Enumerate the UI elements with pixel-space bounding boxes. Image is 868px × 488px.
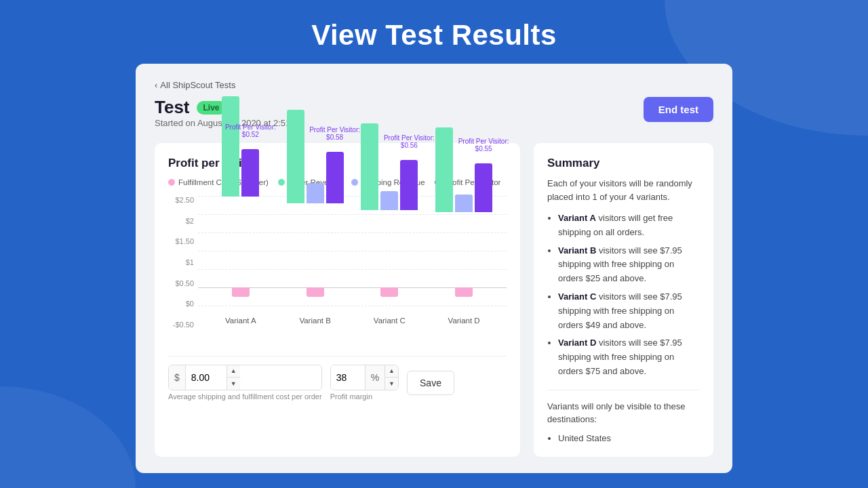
variant-d-shipping-bar xyxy=(455,195,473,212)
back-link[interactable]: ‹ All ShipScout Tests xyxy=(155,80,713,90)
variant-c-shipping-bar xyxy=(380,191,398,210)
y-label-000: $0 xyxy=(186,300,194,308)
margin-input-group: % ▲ ▼ Profit margin xyxy=(330,365,399,401)
margin-suffix: % xyxy=(365,365,384,390)
variant-c-name: Variant C xyxy=(558,291,596,302)
summary-item-b: Variant B visitors will see $7.95 shippi… xyxy=(558,244,700,286)
y-label-250: $2.50 xyxy=(175,196,194,204)
cost-decrement[interactable]: ▼ xyxy=(227,378,240,390)
chart-section: Profit per visitor Fulfillment Cost ($8/… xyxy=(155,143,520,457)
summary-section: Summary Each of your visitors will be ra… xyxy=(534,143,713,457)
summary-divider xyxy=(547,390,700,390)
summary-list: Variant A visitors will get free shippin… xyxy=(547,211,700,379)
variant-d-label: Variant D xyxy=(448,317,480,325)
y-label-150: $1.50 xyxy=(175,237,194,245)
content-row: Profit per visitor Fulfillment Cost ($8/… xyxy=(155,143,713,457)
summary-item-d: Variant D visitors will see $7.95 shippi… xyxy=(558,336,700,378)
back-chevron-icon: ‹ xyxy=(155,80,157,90)
variant-a-profit-bar: Profit Per Visitor:$0.52 xyxy=(241,149,259,197)
variant-b-label: Variant B xyxy=(299,317,330,325)
destinations-list: United States xyxy=(547,433,700,443)
margin-stepper: ▲ ▼ xyxy=(384,365,398,390)
variant-c-profit-bar: Profit Per Visitor:$0.56 xyxy=(400,160,418,210)
summary-intro: Each of your visitors will be randomly p… xyxy=(547,177,700,203)
cost-input-group: $ ▲ ▼ Average shipping and fulfillment c… xyxy=(168,365,322,401)
variant-d-profit-label: Profit Per Visitor:$0.55 xyxy=(458,138,509,152)
shipping-revenue-dot xyxy=(351,179,358,186)
margin-input[interactable] xyxy=(331,365,365,390)
order-revenue-dot xyxy=(278,179,285,186)
margin-input-wrapper: % ▲ ▼ xyxy=(330,365,399,390)
variant-d-name: Variant D xyxy=(558,338,596,348)
variant-c-fulfillment-bar xyxy=(380,287,398,297)
margin-label: Profit margin xyxy=(330,392,399,401)
input-row: $ ▲ ▼ Average shipping and fulfillment c… xyxy=(168,356,507,401)
y-label-050: $0.50 xyxy=(175,279,194,287)
cost-increment[interactable]: ▲ xyxy=(227,365,240,378)
variant-d-profit-bar: Profit Per Visitor:$0.55 xyxy=(475,163,492,212)
variant-b-order-bar xyxy=(287,110,304,203)
cost-stepper: ▲ ▼ xyxy=(226,365,240,390)
variant-d-fulfillment-bar xyxy=(455,287,473,297)
summary-item-c: Variant C visitors will see $7.95 shippi… xyxy=(558,290,700,332)
cost-label: Average shipping and fulfillment cost pe… xyxy=(168,392,322,401)
variant-a-name: Variant A xyxy=(558,213,596,223)
end-test-button[interactable]: End test xyxy=(644,97,713,122)
variant-d-order-bar xyxy=(435,127,453,212)
margin-increment[interactable]: ▲ xyxy=(385,365,398,378)
cost-input[interactable] xyxy=(186,365,226,390)
variant-b-name: Variant B xyxy=(558,245,596,256)
variant-c-label: Variant C xyxy=(374,317,406,325)
destination-us: United States xyxy=(558,433,700,443)
summary-item-a: Variant A visitors will get free shippin… xyxy=(558,211,700,240)
save-button[interactable]: Save xyxy=(407,371,454,395)
cost-prefix: $ xyxy=(169,365,186,390)
summary-title: Summary xyxy=(547,157,700,170)
variant-b-profit-label: Profit Per Visitor:$0.58 xyxy=(309,126,360,141)
back-link-label: All ShipScout Tests xyxy=(160,80,235,90)
variant-a-profit-label: Profit Per Visitor:$0.52 xyxy=(225,123,276,138)
fulfillment-dot xyxy=(168,179,175,186)
y-label-100: $1 xyxy=(186,258,194,266)
variant-a-label: Variant A xyxy=(225,317,256,325)
main-card: ‹ All ShipScout Tests Test Live Started … xyxy=(136,64,732,473)
variant-c-profit-label: Profit Per Visitor:$0.56 xyxy=(384,134,435,149)
variant-a-order-bar xyxy=(222,96,239,197)
cost-input-wrapper: $ ▲ ▼ xyxy=(168,365,322,390)
variant-b-shipping-bar xyxy=(307,183,324,203)
variant-a-fulfillment-bar xyxy=(232,287,250,297)
y-label-200: $2 xyxy=(186,217,194,225)
test-name: Test xyxy=(155,97,190,118)
variant-b-fulfillment-bar xyxy=(307,287,324,297)
destinations-text: Variants will only be visible to these d… xyxy=(547,400,700,426)
variant-c-order-bar xyxy=(361,123,378,210)
margin-decrement[interactable]: ▼ xyxy=(385,378,398,390)
y-label-neg050: -$0.50 xyxy=(173,321,194,329)
variant-b-profit-bar: Profit Per Visitor:$0.58 xyxy=(326,152,344,203)
